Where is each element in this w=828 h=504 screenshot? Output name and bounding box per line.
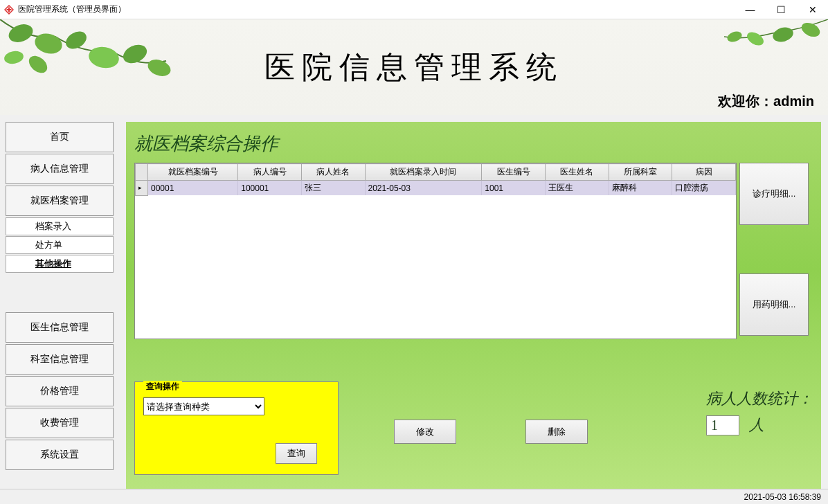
nav-sub-other-ops[interactable]: 其他操作 xyxy=(6,255,114,273)
svg-point-14 xyxy=(726,30,743,44)
nav-patient-info[interactable]: 病人信息管理 xyxy=(6,154,114,184)
svg-point-13 xyxy=(745,30,766,48)
nav-home[interactable]: 首页 xyxy=(6,122,114,152)
table-row[interactable]: ▸ 00001 100001 张三 2021-05-03 1001 王医生 麻醉… xyxy=(136,181,736,196)
welcome-text: 欢迎你：admin xyxy=(718,92,814,111)
app-icon xyxy=(4,5,14,15)
svg-point-10 xyxy=(145,57,172,79)
nav-doctor-info[interactable]: 医生信息管理 xyxy=(6,312,114,343)
maximize-button[interactable]: ☐ xyxy=(766,0,797,19)
diagnosis-detail-button[interactable]: 诊疗明细... xyxy=(739,163,809,225)
patient-count-stats: 病人人数统计： 1 人 xyxy=(706,388,813,435)
statusbar-datetime: 2021-05-03 16:58:39 xyxy=(744,492,821,502)
svg-point-5 xyxy=(63,28,90,52)
nav-sub-record-entry[interactable]: 档案录入 xyxy=(6,217,114,235)
svg-rect-2 xyxy=(7,9,12,10)
query-type-select[interactable]: 请选择查询种类 xyxy=(143,397,264,415)
nav-sys-settings[interactable]: 系统设置 xyxy=(6,440,114,470)
nav-fee-mgmt[interactable]: 收费管理 xyxy=(6,408,114,438)
svg-point-9 xyxy=(3,50,25,66)
query-button[interactable]: 查询 xyxy=(276,443,317,464)
window-title: 医院管理系统（管理员界面） xyxy=(18,3,126,15)
medicine-detail-button[interactable]: 用药明细... xyxy=(739,273,809,336)
svg-point-12 xyxy=(771,25,795,44)
main-title: 就医档案综合操作 xyxy=(134,129,813,163)
svg-point-8 xyxy=(26,53,51,77)
modify-button[interactable]: 修改 xyxy=(394,420,456,444)
col-record-id[interactable]: 就医档案编号 xyxy=(148,164,238,181)
svg-point-3 xyxy=(6,21,35,46)
nav-dept-info[interactable]: 科室信息管理 xyxy=(6,344,114,375)
col-doctor-name[interactable]: 医生姓名 xyxy=(545,164,609,181)
patient-count-value: 1 xyxy=(706,415,739,435)
titlebar: 医院管理系统（管理员界面） — ☐ ✕ xyxy=(0,0,828,19)
banner-title: 医院信息管理系统 xyxy=(264,47,564,88)
nav-medical-record[interactable]: 就医档案管理 xyxy=(6,186,114,216)
svg-point-6 xyxy=(87,44,121,70)
records-table[interactable]: 就医档案编号 病人编号 病人姓名 就医档案录入时间 医生编号 医生姓名 所属科室… xyxy=(134,163,737,339)
query-panel: 查询操作 请选择查询种类 查询 xyxy=(134,381,339,475)
nav-price-mgmt[interactable]: 价格管理 xyxy=(6,376,114,406)
leaves-decoration-left xyxy=(0,19,208,115)
statusbar: 2021-05-03 16:58:39 xyxy=(0,489,828,504)
col-cause[interactable]: 病因 xyxy=(672,164,736,181)
minimize-button[interactable]: — xyxy=(735,0,766,19)
col-dept[interactable]: 所属科室 xyxy=(609,164,672,181)
close-button[interactable]: ✕ xyxy=(797,0,828,19)
query-legend: 查询操作 xyxy=(143,381,182,393)
col-patient-name[interactable]: 病人姓名 xyxy=(301,164,365,181)
col-entry-time[interactable]: 就医档案录入时间 xyxy=(365,164,482,181)
delete-button[interactable]: 删除 xyxy=(525,420,588,444)
sidebar: 首页 病人信息管理 就医档案管理 档案录入 处方单 其他操作 医生信息管理 科室… xyxy=(0,115,119,489)
col-patient-id[interactable]: 病人编号 xyxy=(238,164,302,181)
nav-sub-prescription[interactable]: 处方单 xyxy=(6,236,114,254)
col-doctor-id[interactable]: 医生编号 xyxy=(482,164,546,181)
main-panel: 就医档案综合操作 就医档案编号 病人编号 病人姓名 就医档案录入时间 医生编号 … xyxy=(126,122,821,489)
leaves-decoration-right xyxy=(703,19,828,61)
svg-point-4 xyxy=(33,30,64,56)
banner: 医院信息管理系统 欢迎你：admin xyxy=(0,19,828,115)
